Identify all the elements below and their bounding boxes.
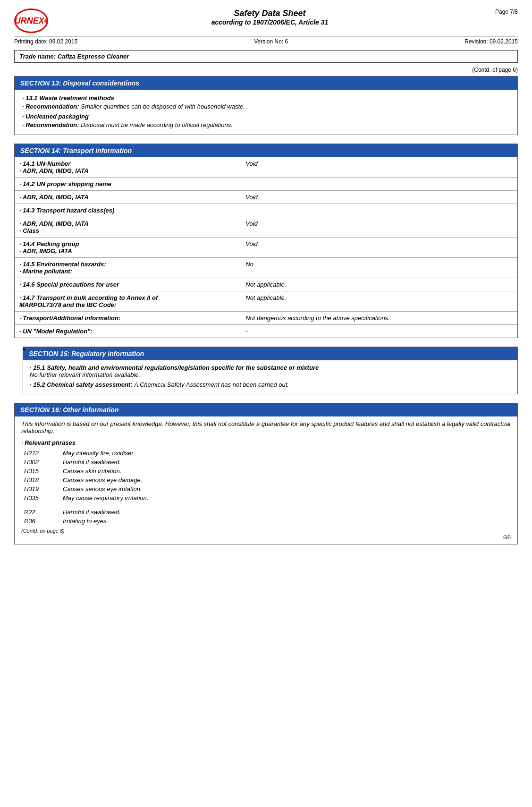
table-row: · 14.2 UN proper shipping name <box>15 178 517 191</box>
s13-item1-rec-text: Smaller quantities can be disposed of wi… <box>81 103 245 110</box>
transport-table: · 14.1 UN-Number · ADR, ADN, IMDG, IATA … <box>15 157 517 338</box>
row10-label1: · Transport/Additional information: <box>19 314 120 322</box>
trade-name: Trade name: Cafiza Espresso Cleaner <box>19 53 129 60</box>
h-phrases-table: H272May intensify fire; oxidiser.H302Har… <box>21 448 511 503</box>
table-row: · 14.6 Special precautions for user Not … <box>15 278 517 291</box>
printing-date: Printing date: 09.02.2015 <box>14 38 77 45</box>
table-row: · 14.7 Transport in bulk according to An… <box>15 291 517 312</box>
phrase-code: H302 <box>22 458 60 466</box>
logo-r: ® <box>44 18 48 24</box>
s13-item2-label: · Uncleaned packaging <box>22 113 89 120</box>
row6-label2: · ADR, IMDG, IATA <box>19 247 72 255</box>
phrase-code: R22 <box>22 508 60 516</box>
phrase-text: Irritating to eyes. <box>61 517 510 525</box>
phrase-code: H335 <box>22 494 60 502</box>
table-row: · ADR, ADN, IMDG, IATA Void <box>15 191 517 204</box>
h-phrase-row: H315Causes skin irritation. <box>22 467 510 475</box>
row1-label1: · 14.1 UN-Number <box>19 160 70 167</box>
section-13-header: SECTION 13: Disposal considerations <box>15 76 517 90</box>
section-16: SECTION 16: Other information This infor… <box>14 403 518 544</box>
phrase-code: H318 <box>22 476 60 484</box>
phrase-text: Harmful if swallowed. <box>61 458 510 466</box>
phrase-text: May intensify fire; oxidiser. <box>61 449 510 457</box>
phrase-code: H319 <box>22 485 60 493</box>
s13-item1-label: · 13.1 Waste treatment methods <box>22 94 114 102</box>
phrase-code: R36 <box>22 517 60 525</box>
s15-item2-text: A Chemical Safety Assessment has not bee… <box>134 381 289 388</box>
section-14-header: SECTION 14: Transport information <box>15 144 517 157</box>
row9-label1: · 14.7 Transport in bulk according to An… <box>19 294 158 301</box>
row7-label1: · 14.5 Environmental hazards: <box>19 261 106 268</box>
row7-label2: · Marine pollutant: <box>19 268 72 275</box>
phrase-text: Harmful if swallowed. <box>61 508 510 516</box>
section-15-header: SECTION 15: Regulatory information <box>23 347 517 360</box>
row11-value: - <box>245 328 247 335</box>
revision: Revision: 09.02.2015 <box>464 38 518 45</box>
phrase-code: H272 <box>22 449 60 457</box>
section-15-wrapper: * SECTION 15: Regulatory information · 1… <box>14 347 518 394</box>
row3-label1: · ADR, ADN, IMDG, IATA <box>19 194 89 201</box>
row3-value: Void <box>245 194 258 201</box>
row2-label1: · 14.2 UN proper shipping name <box>19 180 111 187</box>
row1-value: Void <box>245 160 258 167</box>
s15-item1-bold: · 15.1 Safety, health and environmental … <box>30 364 319 371</box>
phrase-text: Causes serious eye irritation. <box>61 485 510 493</box>
r-phrase-row: R36Irritating to eyes. <box>22 517 510 525</box>
section-13: SECTION 13: Disposal considerations · 13… <box>14 76 518 135</box>
s15-item2-bold: · 15.2 Chemical safety assessment: <box>30 381 133 388</box>
row6-label1: · 14.4 Packing group <box>19 240 79 247</box>
dotted-separator <box>21 505 511 505</box>
row5-value: Void <box>245 220 258 227</box>
r-phrase-row: R22Harmful if swallowed. <box>22 508 510 516</box>
section-15: SECTION 15: Regulatory information · 15.… <box>23 347 518 394</box>
row10-value: Not dangerous according to the above spe… <box>245 314 390 322</box>
s16-intro: This information is based on our present… <box>21 420 511 434</box>
table-row: · 14.5 Environmental hazards: · Marine p… <box>15 258 517 278</box>
row5-label2: · Class <box>19 227 39 234</box>
phrase-text: May cause respiratory irritation. <box>61 494 510 502</box>
h-phrase-row: H335May cause respiratory irritation. <box>22 494 510 502</box>
row5-label1: · ADR, ADN, IMDG, IATA <box>19 220 89 227</box>
h-phrase-row: H318Causes serious eye damage. <box>22 476 510 484</box>
doc-subtitle: according to 1907/2006/EC, Article 31 <box>55 18 485 26</box>
page-number: Page 7/8 <box>485 8 518 15</box>
s16-relevant-phrases-label: · Relevant phrases <box>21 439 511 446</box>
table-row: · ADR, ADN, IMDG, IATA · Class Void <box>15 217 517 238</box>
row7-value: No <box>245 261 253 268</box>
phrase-text: Causes skin irritation. <box>61 467 510 475</box>
footer-gb: GB <box>503 535 511 540</box>
row1-label2: · ADR, ADN, IMDG, IATA <box>19 167 89 174</box>
doc-title: Safety Data Sheet <box>55 8 485 18</box>
footer-contd: (Contd. on page 8) <box>21 528 65 534</box>
version: Version No: 6 <box>254 38 288 45</box>
phrase-text: Causes serious eye damage. <box>61 476 510 484</box>
section15-asterisk: * <box>23 347 25 354</box>
table-row: · UN "Model Regulation": - <box>15 325 517 338</box>
s13-item2-rec-text: Disposal must be made according to offic… <box>81 121 233 128</box>
h-phrase-row: H319Causes serious eye irritation. <box>22 485 510 493</box>
h-phrase-row: H302Harmful if swallowed. <box>22 458 510 466</box>
row9-label2: MARPOL73/78 and the IBC Code: <box>19 301 116 308</box>
s13-item1-rec-label: · Recommendation: <box>22 103 79 110</box>
table-row: · Transport/Additional information: Not … <box>15 312 517 325</box>
urnex-logo: URNEX® <box>14 8 48 33</box>
row8-value: Not applicable. <box>245 281 286 288</box>
r-phrases-table: R22Harmful if swallowed.R36Irritating to… <box>21 507 511 526</box>
row6-value: Void <box>245 240 258 247</box>
table-row: · 14.3 Transport hazard class(es) <box>15 204 517 217</box>
table-row: · 14.4 Packing group · ADR, IMDG, IATA V… <box>15 238 517 258</box>
h-phrase-row: H272May intensify fire; oxidiser. <box>22 449 510 457</box>
s15-item1-text: No further relevant information availabl… <box>30 371 140 378</box>
section-16-header: SECTION 16: Other information <box>15 403 517 416</box>
section-14: SECTION 14: Transport information · 14.1… <box>14 144 518 338</box>
s13-item2-rec-label: · Recommendation: <box>22 121 79 128</box>
contd-page6: (Contd. of page 6) <box>472 67 518 73</box>
table-row: · 14.1 UN-Number · ADR, ADN, IMDG, IATA … <box>15 157 517 178</box>
phrase-code: H315 <box>22 467 60 475</box>
row9-value: Not applicable. <box>245 294 286 301</box>
row8-label1: · 14.6 Special precautions for user <box>19 281 119 288</box>
row11-label1: · UN "Model Regulation": <box>19 328 93 335</box>
logo-text: URNEX <box>15 16 44 26</box>
row4-label1: · 14.3 Transport hazard class(es) <box>19 207 114 214</box>
